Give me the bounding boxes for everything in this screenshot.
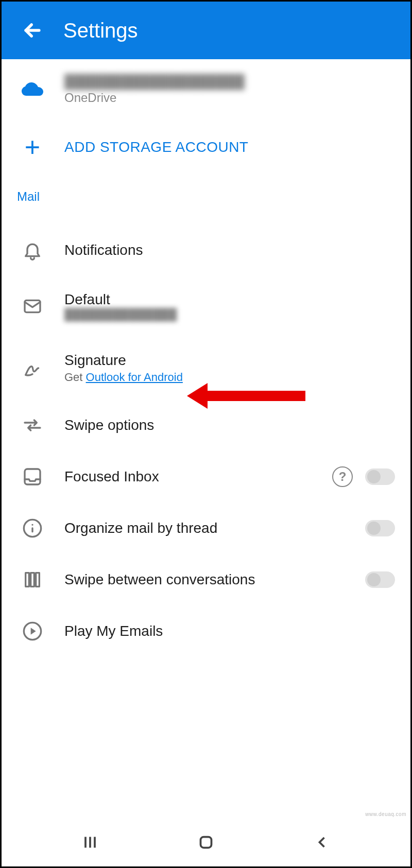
account-service: OneDrive: [64, 91, 395, 105]
svg-rect-1: [25, 469, 40, 484]
recent-apps-button[interactable]: [81, 833, 99, 854]
help-icon[interactable]: ?: [332, 466, 353, 487]
play-my-emails-label: Play My Emails: [64, 623, 395, 639]
swipe-conversations-label: Swipe between conversations: [64, 571, 365, 588]
row-default[interactable]: Default ██████████████: [2, 276, 410, 337]
play-icon: [17, 621, 48, 641]
focused-inbox-label: Focused Inbox: [64, 468, 332, 485]
inbox-icon: [17, 466, 48, 487]
home-button[interactable]: [197, 833, 215, 854]
focused-inbox-toggle[interactable]: [365, 468, 395, 485]
outlook-android-link[interactable]: Outlook for Android: [86, 371, 183, 384]
default-label: Default: [64, 291, 395, 308]
organize-thread-toggle[interactable]: [365, 520, 395, 536]
svg-rect-5: [36, 573, 40, 587]
swipe-icon: [17, 415, 48, 436]
organize-thread-label: Organize mail by thread: [64, 520, 365, 536]
back-button[interactable]: [17, 15, 48, 46]
settings-content: ███████████████████ OneDrive + ADD STORA…: [2, 59, 410, 820]
swipe-conversations-toggle[interactable]: [365, 571, 395, 588]
watermark: www.deuaq.com: [365, 811, 406, 817]
signature-label: Signature: [64, 352, 395, 369]
section-header-mail: Mail: [2, 179, 410, 224]
page-title: Settings: [63, 19, 138, 42]
header-bar: Settings: [2, 2, 410, 59]
bell-icon: [17, 240, 48, 261]
add-storage-button[interactable]: + ADD STORAGE ACCOUNT: [2, 115, 410, 179]
columns-icon: [17, 569, 48, 590]
svg-rect-3: [26, 573, 29, 587]
back-arrow-icon: [21, 19, 44, 42]
back-nav-button[interactable]: [313, 833, 331, 854]
swipe-options-label: Swipe options: [64, 417, 395, 433]
signature-icon: [17, 358, 48, 378]
row-notifications[interactable]: Notifications: [2, 224, 410, 276]
row-signature[interactable]: Signature Get Outlook for Android: [2, 337, 410, 400]
info-icon: [17, 518, 48, 539]
row-focused-inbox[interactable]: Focused Inbox ?: [2, 451, 410, 502]
svg-rect-7: [200, 837, 211, 848]
row-play-my-emails[interactable]: Play My Emails: [2, 605, 410, 657]
row-swipe-conversations[interactable]: Swipe between conversations: [2, 554, 410, 605]
mail-icon: [17, 296, 48, 317]
account-row-onedrive[interactable]: ███████████████████ OneDrive: [2, 59, 410, 115]
account-email: ███████████████████: [64, 74, 395, 90]
svg-rect-4: [31, 573, 35, 587]
signature-sub-prefix: Get: [64, 371, 86, 384]
plus-icon: +: [17, 134, 48, 161]
row-swipe-options[interactable]: Swipe options: [2, 400, 410, 451]
default-sub: ██████████████: [64, 308, 395, 321]
add-storage-label: ADD STORAGE ACCOUNT: [64, 139, 248, 155]
onedrive-icon: [17, 81, 48, 98]
row-organize-thread[interactable]: Organize mail by thread: [2, 502, 410, 554]
signature-sub: Get Outlook for Android: [64, 371, 395, 384]
android-navbar: [2, 820, 410, 866]
notifications-label: Notifications: [64, 242, 395, 258]
